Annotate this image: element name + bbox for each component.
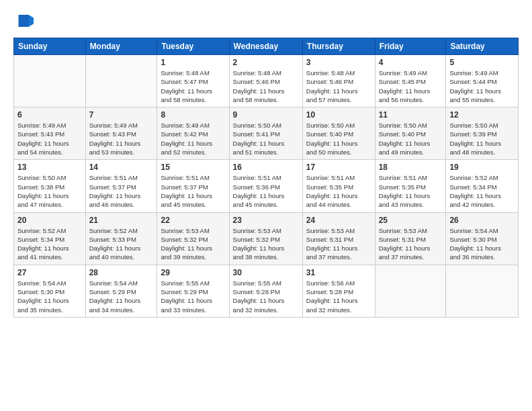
day-info: Sunrise: 5:56 AM Sunset: 5:28 PM Dayligh… xyxy=(306,279,371,314)
day-number: 5 xyxy=(449,58,515,67)
day-number: 17 xyxy=(306,163,371,172)
day-number: 9 xyxy=(233,110,299,120)
day-number: 27 xyxy=(17,268,82,277)
calendar-cell: 23Sunrise: 5:53 AM Sunset: 5:32 PM Dayli… xyxy=(229,212,302,265)
calendar-cell: 11Sunrise: 5:50 AM Sunset: 5:40 PM Dayli… xyxy=(375,107,446,160)
weekday-header-sunday: Sunday xyxy=(14,38,86,55)
calendar-cell: 1Sunrise: 5:48 AM Sunset: 5:47 PM Daylig… xyxy=(157,55,229,107)
calendar-cell: 4Sunrise: 5:49 AM Sunset: 5:45 PM Daylig… xyxy=(375,55,446,107)
day-number: 10 xyxy=(306,110,371,120)
calendar-cell: 12Sunrise: 5:50 AM Sunset: 5:39 PM Dayli… xyxy=(446,107,519,160)
page: SundayMondayTuesdayWednesdayThursdayFrid… xyxy=(0,0,532,411)
day-number: 3 xyxy=(306,58,371,67)
day-number: 31 xyxy=(306,268,371,277)
calendar-cell: 28Sunrise: 5:54 AM Sunset: 5:29 PM Dayli… xyxy=(85,265,157,317)
day-number: 21 xyxy=(89,216,154,225)
day-info: Sunrise: 5:48 AM Sunset: 5:46 PM Dayligh… xyxy=(233,68,299,104)
day-info: Sunrise: 5:51 AM Sunset: 5:37 PM Dayligh… xyxy=(89,173,154,209)
day-info: Sunrise: 5:55 AM Sunset: 5:28 PM Dayligh… xyxy=(233,279,299,314)
day-info: Sunrise: 5:54 AM Sunset: 5:30 PM Dayligh… xyxy=(17,279,82,314)
svg-marker-1 xyxy=(29,15,34,27)
day-info: Sunrise: 5:53 AM Sunset: 5:31 PM Dayligh… xyxy=(306,226,371,262)
calendar-cell: 22Sunrise: 5:53 AM Sunset: 5:32 PM Dayli… xyxy=(157,212,229,265)
day-info: Sunrise: 5:49 AM Sunset: 5:43 PM Dayligh… xyxy=(89,121,154,156)
day-number: 7 xyxy=(89,110,154,120)
logo xyxy=(13,11,36,31)
day-info: Sunrise: 5:50 AM Sunset: 5:38 PM Dayligh… xyxy=(17,173,82,209)
calendar-cell: 7Sunrise: 5:49 AM Sunset: 5:43 PM Daylig… xyxy=(85,107,157,160)
day-number: 6 xyxy=(17,110,82,120)
calendar-cell: 27Sunrise: 5:54 AM Sunset: 5:30 PM Dayli… xyxy=(14,265,86,317)
calendar-cell: 30Sunrise: 5:55 AM Sunset: 5:28 PM Dayli… xyxy=(229,265,302,317)
week-row-3: 13Sunrise: 5:50 AM Sunset: 5:38 PM Dayli… xyxy=(14,160,519,212)
calendar-cell: 3Sunrise: 5:48 AM Sunset: 5:46 PM Daylig… xyxy=(302,55,375,107)
day-number: 11 xyxy=(379,110,443,120)
day-info: Sunrise: 5:53 AM Sunset: 5:32 PM Dayligh… xyxy=(233,226,299,262)
day-info: Sunrise: 5:49 AM Sunset: 5:42 PM Dayligh… xyxy=(161,121,225,156)
calendar-cell: 10Sunrise: 5:50 AM Sunset: 5:40 PM Dayli… xyxy=(302,107,375,160)
day-info: Sunrise: 5:52 AM Sunset: 5:33 PM Dayligh… xyxy=(89,226,154,262)
calendar-cell xyxy=(446,265,519,317)
day-info: Sunrise: 5:49 AM Sunset: 5:44 PM Dayligh… xyxy=(449,68,515,104)
calendar-cell: 14Sunrise: 5:51 AM Sunset: 5:37 PM Dayli… xyxy=(85,160,157,212)
week-row-1: 1Sunrise: 5:48 AM Sunset: 5:47 PM Daylig… xyxy=(14,55,519,107)
day-info: Sunrise: 5:51 AM Sunset: 5:35 PM Dayligh… xyxy=(306,173,371,209)
day-info: Sunrise: 5:50 AM Sunset: 5:40 PM Dayligh… xyxy=(379,121,443,156)
weekday-header-monday: Monday xyxy=(85,38,157,55)
day-info: Sunrise: 5:50 AM Sunset: 5:41 PM Dayligh… xyxy=(233,121,299,156)
weekday-header-wednesday: Wednesday xyxy=(229,38,302,55)
day-info: Sunrise: 5:51 AM Sunset: 5:35 PM Dayligh… xyxy=(379,173,443,209)
day-info: Sunrise: 5:54 AM Sunset: 5:30 PM Dayligh… xyxy=(449,226,515,262)
calendar-cell: 16Sunrise: 5:51 AM Sunset: 5:36 PM Dayli… xyxy=(229,160,302,212)
calendar-cell: 18Sunrise: 5:51 AM Sunset: 5:35 PM Dayli… xyxy=(375,160,446,212)
calendar-cell: 21Sunrise: 5:52 AM Sunset: 5:33 PM Dayli… xyxy=(85,212,157,265)
day-info: Sunrise: 5:50 AM Sunset: 5:39 PM Dayligh… xyxy=(449,121,515,156)
day-number: 12 xyxy=(449,110,515,120)
calendar-cell: 13Sunrise: 5:50 AM Sunset: 5:38 PM Dayli… xyxy=(14,160,86,212)
day-number: 18 xyxy=(379,163,443,172)
day-info: Sunrise: 5:50 AM Sunset: 5:40 PM Dayligh… xyxy=(306,121,371,156)
day-info: Sunrise: 5:52 AM Sunset: 5:34 PM Dayligh… xyxy=(449,173,515,209)
calendar-cell: 25Sunrise: 5:53 AM Sunset: 5:31 PM Dayli… xyxy=(375,212,446,265)
day-info: Sunrise: 5:48 AM Sunset: 5:47 PM Dayligh… xyxy=(161,68,225,104)
day-info: Sunrise: 5:51 AM Sunset: 5:36 PM Dayligh… xyxy=(233,173,299,209)
calendar-cell xyxy=(375,265,446,317)
calendar-cell: 8Sunrise: 5:49 AM Sunset: 5:42 PM Daylig… xyxy=(157,107,229,160)
day-number: 2 xyxy=(233,58,299,67)
day-info: Sunrise: 5:49 AM Sunset: 5:43 PM Dayligh… xyxy=(17,121,82,156)
calendar-cell: 5Sunrise: 5:49 AM Sunset: 5:44 PM Daylig… xyxy=(446,55,519,107)
weekday-header-saturday: Saturday xyxy=(446,38,519,55)
day-info: Sunrise: 5:54 AM Sunset: 5:29 PM Dayligh… xyxy=(89,279,154,314)
day-number: 26 xyxy=(449,216,515,225)
weekday-header-tuesday: Tuesday xyxy=(157,38,229,55)
calendar-cell xyxy=(14,55,86,107)
day-number: 28 xyxy=(89,268,154,277)
weekday-header-friday: Friday xyxy=(375,38,446,55)
header xyxy=(13,11,519,31)
day-info: Sunrise: 5:52 AM Sunset: 5:34 PM Dayligh… xyxy=(17,226,82,262)
calendar-cell: 24Sunrise: 5:53 AM Sunset: 5:31 PM Dayli… xyxy=(302,212,375,265)
calendar-cell: 9Sunrise: 5:50 AM Sunset: 5:41 PM Daylig… xyxy=(229,107,302,160)
calendar-cell: 6Sunrise: 5:49 AM Sunset: 5:43 PM Daylig… xyxy=(14,107,86,160)
calendar-cell: 2Sunrise: 5:48 AM Sunset: 5:46 PM Daylig… xyxy=(229,55,302,107)
day-number: 20 xyxy=(17,216,82,225)
week-row-4: 20Sunrise: 5:52 AM Sunset: 5:34 PM Dayli… xyxy=(14,212,519,265)
weekday-header-thursday: Thursday xyxy=(302,38,375,55)
calendar-cell xyxy=(85,55,157,107)
day-number: 23 xyxy=(233,216,299,225)
day-number: 22 xyxy=(161,216,225,225)
day-number: 1 xyxy=(161,58,225,67)
calendar-cell: 20Sunrise: 5:52 AM Sunset: 5:34 PM Dayli… xyxy=(14,212,86,265)
day-number: 16 xyxy=(233,163,299,172)
week-row-5: 27Sunrise: 5:54 AM Sunset: 5:30 PM Dayli… xyxy=(14,265,519,317)
day-info: Sunrise: 5:55 AM Sunset: 5:29 PM Dayligh… xyxy=(161,279,225,314)
logo-icon xyxy=(13,11,34,31)
day-info: Sunrise: 5:53 AM Sunset: 5:31 PM Dayligh… xyxy=(379,226,443,262)
day-number: 14 xyxy=(89,163,154,172)
day-number: 13 xyxy=(17,163,82,172)
day-number: 25 xyxy=(379,216,443,225)
calendar-cell: 31Sunrise: 5:56 AM Sunset: 5:28 PM Dayli… xyxy=(302,265,375,317)
day-info: Sunrise: 5:51 AM Sunset: 5:37 PM Dayligh… xyxy=(161,173,225,209)
day-info: Sunrise: 5:49 AM Sunset: 5:45 PM Dayligh… xyxy=(379,68,443,104)
day-number: 29 xyxy=(161,268,225,277)
